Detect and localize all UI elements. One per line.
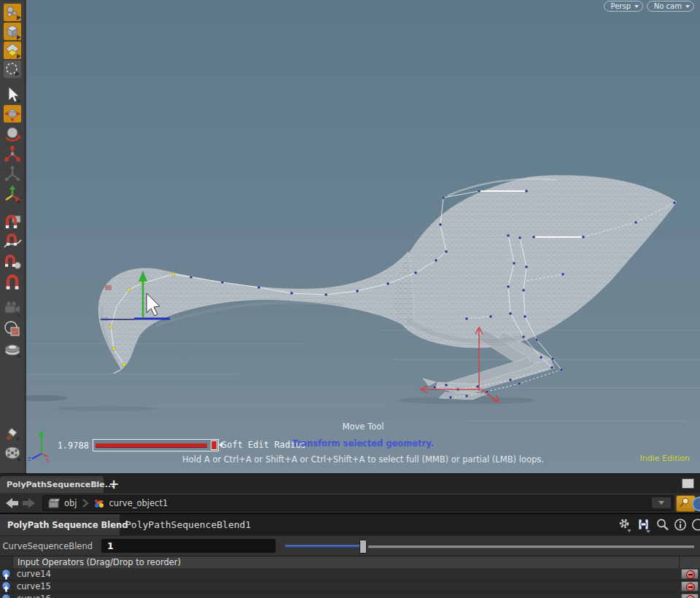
operator-name: curve15 [17,581,51,592]
blend-param-label: CurveSequenceBlend [0,536,93,556]
viewport-scene: z x [0,0,700,473]
operator-row-curve14[interactable]: curve14 [0,568,700,580]
tab-close-button[interactable]: × [92,476,98,494]
chevron-right-icon [82,498,89,508]
remove-icon [686,570,695,579]
remove-icon [686,595,695,598]
camera-menu[interactable]: No cam [647,1,694,12]
path-dropdown-button[interactable] [652,497,671,508]
blend-slider-track-filled[interactable] [285,545,361,548]
blend-slider-track[interactable] [368,545,694,548]
remove-icon [686,583,695,591]
gear-menu-button[interactable] [617,517,633,533]
render-disc-button[interactable] [3,340,23,360]
svg-text:x: x [46,457,50,464]
transform-axis-button[interactable] [3,185,23,206]
snap-point-magnet-button[interactable] [3,253,23,273]
forward-button[interactable] [23,498,35,508]
breadcrumb-root[interactable]: obj [64,498,77,508]
rotate-tool-button[interactable] [3,124,23,144]
pin-icon [677,496,693,510]
delete-operator-button[interactable] [681,594,699,598]
viewport[interactable]: z x Persp No cam 1.9788 Soft Edit Radius… [0,0,700,473]
perspective-menu-label: Persp [611,2,631,10]
parameter-row: CurveSequenceBlend 1 [0,535,700,556]
slider-marker-icon [219,442,222,448]
soft-edit-radius-handle[interactable] [211,440,217,450]
info-icon[interactable] [672,517,688,533]
select-mode-button[interactable] [3,60,23,80]
ground-streaks [0,330,700,422]
snap-grid-magnet-button[interactable] [3,213,23,233]
chevron-down-icon [634,5,639,8]
pane-layout-icon[interactable] [682,478,694,489]
soft-edit-radius-slider[interactable] [93,439,219,451]
view-region-button[interactable] [3,319,23,340]
input-operators-header: Input Operators (Drag/Drop to reorder) [0,556,700,569]
node-type-chip[interactable]: PolyPath Sequence Blend [0,514,120,535]
promote-up-icon[interactable] [1,594,11,598]
bird-mesh [98,176,677,400]
node-header: PolyPath Sequence Blend PolyPathSequence… [0,513,700,537]
svg-text:z: z [28,455,31,462]
brush-tool-button[interactable] [3,423,23,443]
tool-shelf [0,0,26,473]
breadcrumb-node[interactable]: curve_object1 [109,498,168,508]
blend-slider-handle[interactable] [359,540,367,554]
delete-operator-button[interactable] [681,569,699,579]
row-icon-cell [0,580,13,592]
breadcrumb: obj curve_object1 [42,495,674,511]
delete-operator-button[interactable] [681,581,699,591]
snap-curve-magnet-button[interactable] [3,233,23,253]
box-tool-button[interactable] [3,22,23,42]
tab-polypathsequenceblend[interactable]: PolyPathSequenceBle... × [0,476,104,494]
chevron-down-icon [685,5,690,8]
perspective-menu[interactable]: Persp [604,1,644,12]
operator-name: curve16 [17,594,51,598]
axis-orientation-gizmo: z x [28,430,50,464]
node-type-label: PolyPath Sequence Blend [7,520,128,530]
operator-row-curve16[interactable]: curve16 [0,593,700,598]
clipped-help-icon[interactable] [690,517,700,533]
camera-tool-button[interactable] [3,299,23,319]
snap-magnet-button[interactable] [3,273,23,294]
houdini-logo-button[interactable] [636,517,652,533]
operators-column-divider [679,556,680,569]
network-nav-bar: obj curve_object1 [0,493,700,513]
add-tab-button[interactable]: + [109,475,119,493]
camera-menu-label: No cam [654,2,682,10]
operators-corner-cell [0,556,13,569]
back-button[interactable] [6,498,18,508]
select-arrow-button[interactable] [3,85,23,105]
search-icon[interactable] [655,517,671,533]
operators-header-label: Input Operators (Drag/Drop to reorder) [18,556,181,569]
blend-value-input[interactable]: 1 [101,539,276,553]
pane-tab-bar: PolyPathSequenceBle... × + [0,473,700,494]
history-arrows [4,497,38,509]
scatter-tool-button[interactable] [3,3,23,23]
soft-edit-radius-bar [96,443,207,447]
row-icon-cell [0,568,13,580]
pose-tool-button[interactable] [3,165,23,185]
curve-object-icon [93,498,105,508]
flipbook-reel-button[interactable] [3,443,23,464]
node-name-field[interactable]: PolyPathSequenceBlend1 [125,514,251,535]
promote-up-icon[interactable] [1,581,11,591]
obj-network-icon [48,498,60,508]
translate-tool-button[interactable] [3,104,23,125]
houdini-window: { "viewport": { "camera_menu": { "persp_… [0,0,700,598]
surface-tool-button[interactable] [3,41,23,61]
promote-up-icon[interactable] [1,569,11,578]
row-icon-cell [0,593,13,598]
scale-tool-button[interactable] [3,144,23,165]
operator-row-curve15[interactable]: curve15 [0,580,700,593]
operator-name: curve14 [17,569,51,580]
